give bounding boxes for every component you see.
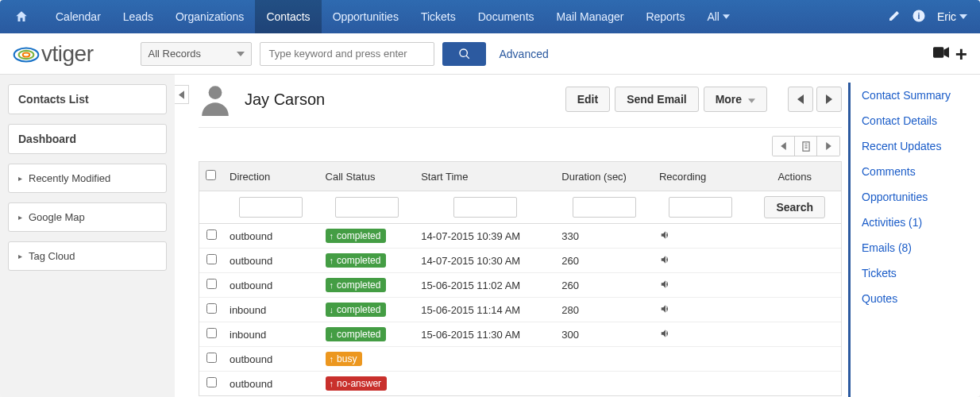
pager-page[interactable] [795, 137, 817, 156]
table-row[interactable]: outbound↑completed14-07-2015 10:39 AM330 [199, 224, 841, 249]
filter-status[interactable] [335, 197, 399, 218]
col-duration[interactable]: Duration (sec) [555, 162, 653, 191]
row-checkbox[interactable] [206, 303, 217, 314]
cell-duration [555, 347, 653, 372]
cell-direction: outbound [223, 372, 319, 395]
col-start-time[interactable]: Start Time [415, 162, 555, 191]
table-row[interactable]: inbound↓completed15-06-2015 11:14 AM280 [199, 298, 841, 322]
chevron-down-icon [723, 14, 730, 19]
nav-tickets[interactable]: Tickets [410, 0, 467, 33]
arrow-up-icon: ↑ [330, 280, 334, 290]
nav-calendar[interactable]: Calendar [44, 0, 112, 33]
filter-start[interactable] [453, 197, 517, 218]
row-checkbox[interactable] [206, 328, 217, 338]
nav-contacts[interactable]: Contacts [255, 0, 321, 33]
rail-activities-1-[interactable]: Activities (1) [862, 210, 969, 235]
nav-documents[interactable]: Documents [467, 0, 546, 33]
sidebar-recently-modified[interactable]: ▸Recently Modified [8, 164, 167, 193]
row-checkbox[interactable] [206, 229, 217, 240]
edit-button[interactable]: Edit [565, 87, 610, 112]
sidebar-collapse-toggle[interactable] [175, 85, 189, 104]
row-checkbox[interactable] [206, 254, 217, 264]
status-badge: ↑no-answer [326, 376, 388, 391]
arrow-up-icon: ↑ [330, 231, 334, 241]
table-row[interactable]: outbound↑completed15-06-2015 11:02 AM260 [199, 273, 841, 298]
rail-quotes[interactable]: Quotes [862, 286, 969, 311]
ruler-icon[interactable] [888, 10, 901, 25]
add-icon[interactable]: + [955, 44, 967, 64]
sound-icon[interactable] [659, 231, 672, 243]
table-row[interactable]: outbound↑completed14-07-2015 10:30 AM260 [199, 249, 841, 273]
row-checkbox[interactable] [206, 377, 217, 387]
cell-direction: outbound [223, 347, 319, 372]
col-recording[interactable]: Recording [653, 162, 749, 191]
cell-start-time: 14-07-2015 10:39 AM [415, 224, 555, 249]
nav-all[interactable]: All [696, 0, 741, 33]
next-record-button[interactable] [816, 87, 842, 112]
sidebar-tag-cloud[interactable]: ▸Tag Cloud [8, 241, 167, 271]
info-icon[interactable]: i [912, 9, 926, 25]
sound-icon[interactable] [659, 256, 672, 268]
nav-mail-manager[interactable]: Mail Manager [546, 0, 635, 33]
home-icon[interactable] [13, 8, 30, 25]
global-search-button[interactable] [442, 42, 486, 66]
rail-opportunities[interactable]: Opportunities [862, 184, 969, 210]
brand-logo[interactable]: vtiger [13, 41, 93, 67]
row-checkbox[interactable] [206, 279, 217, 289]
nav-leads[interactable]: Leads [112, 0, 164, 33]
user-menu[interactable]: Eric [937, 10, 967, 23]
sidebar-dashboard[interactable]: Dashboard [8, 124, 167, 154]
rail-contact-details[interactable]: Contact Details [862, 108, 969, 133]
sound-icon[interactable] [659, 305, 672, 317]
search-scope-select[interactable]: All Records [141, 42, 252, 66]
arrow-up-icon: ↑ [330, 354, 334, 364]
sound-icon[interactable] [659, 280, 672, 292]
cell-duration: 300 [555, 322, 653, 347]
top-nav: CalendarLeadsOrganizationsContactsOpport… [0, 0, 980, 33]
col-actions: Actions [749, 162, 841, 191]
nav-opportunities[interactable]: Opportunities [322, 0, 410, 33]
select-all-checkbox[interactable] [206, 170, 216, 180]
filter-recording[interactable] [669, 197, 732, 218]
search-bar: vtiger All Records Advanced + [0, 33, 980, 75]
brand-name: vtiger [41, 41, 93, 67]
svg-rect-5 [933, 47, 943, 57]
rail-tickets[interactable]: Tickets [862, 260, 969, 286]
video-icon[interactable] [933, 47, 949, 60]
status-badge: ↓completed [326, 327, 387, 341]
cell-direction: outbound [223, 273, 319, 298]
table-row[interactable]: outbound↑busy [199, 347, 841, 372]
pager-prev[interactable] [773, 137, 795, 156]
caret-right-icon: ▸ [18, 174, 22, 183]
send-email-button[interactable]: Send Email [615, 87, 698, 112]
row-checkbox[interactable] [206, 353, 217, 363]
cell-duration [555, 372, 653, 395]
filter-direction[interactable] [239, 197, 303, 218]
advanced-search-link[interactable]: Advanced [499, 48, 548, 60]
col-direction[interactable]: Direction [223, 162, 319, 191]
rail-emails-8-[interactable]: Emails (8) [862, 235, 969, 260]
filter-duration[interactable] [573, 197, 636, 218]
sidebar-google-map[interactable]: ▸Google Map [8, 202, 167, 232]
prev-record-button[interactable] [788, 87, 813, 112]
table-row[interactable]: outbound↑no-answer [199, 372, 841, 395]
cell-start-time [415, 372, 555, 395]
search-icon [458, 48, 471, 60]
sound-icon[interactable] [659, 330, 672, 341]
table-row[interactable]: inbound↓completed15-06-2015 11:30 AM300 [199, 322, 841, 347]
global-search-input[interactable] [260, 42, 434, 66]
rail-contact-summary[interactable]: Contact Summary [862, 83, 969, 108]
nav-reports[interactable]: Reports [635, 0, 696, 33]
pager-next[interactable] [817, 137, 839, 156]
rail-recent-updates[interactable]: Recent Updates [862, 133, 969, 159]
sidebar-contacts-list[interactable]: Contacts List [8, 84, 167, 114]
more-button[interactable]: More [704, 87, 767, 112]
record-header: Jay Carson Edit Send Email More [199, 83, 842, 128]
filter-search-button[interactable]: Search [764, 196, 825, 218]
arrow-up-icon: ↑ [330, 379, 334, 388]
col-call-status[interactable]: Call Status [319, 162, 415, 191]
rail-comments[interactable]: Comments [862, 159, 969, 184]
cell-direction: inbound [223, 322, 319, 347]
cell-start-time: 15-06-2015 11:02 AM [415, 273, 555, 298]
nav-organizations[interactable]: Organizations [164, 0, 255, 33]
